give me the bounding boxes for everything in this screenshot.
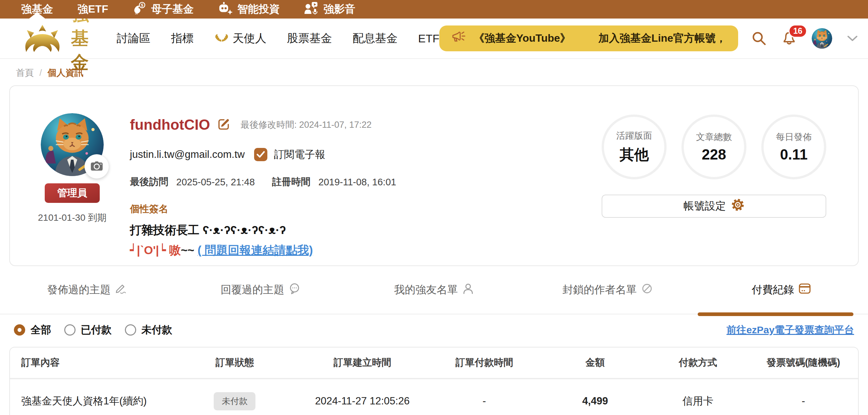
change-avatar-button[interactable] [85,154,109,179]
nav-link-label: 指標 [171,31,193,46]
tab-label: 我的強友名單 [394,283,458,297]
nav-link-label: 股票基金 [287,31,332,46]
topbar-item-etf[interactable]: 強ETF [78,2,108,16]
chevron-down-icon[interactable] [847,35,858,42]
username-row: fundhotCIO 最後修改時間: 2024-11-07, 17:22 [130,116,396,133]
radio-unselected-icon [64,324,75,336]
register-time-value: 2019-11-08, 16:01 [318,177,396,188]
email-row: justin.li.tw@gmail.com.tw 訂閱電子報 [130,148,396,162]
money-bird-icon: $ [132,1,147,17]
radio-all[interactable]: 全部 [14,323,51,337]
block-icon [641,283,653,297]
order-paid-time-cell: - [425,395,543,407]
nav-link-stock-funds[interactable]: 股票基金 [287,31,332,46]
col-order-content: 訂單內容 [10,356,170,369]
signature-label: 個性簽名 [130,203,396,216]
order-method-cell: 信用卡 [647,394,749,408]
banner-text-line: 加入強基金Line官方帳號， [598,31,726,46]
nav-link-indicators[interactable]: 指標 [171,31,193,46]
radio-unselected-icon [125,324,136,336]
tab-label: 回覆過的主題 [221,283,284,297]
notifications-bell-icon[interactable]: 16 [781,30,797,46]
newsletter-checkbox[interactable] [254,148,267,161]
topbar-item-label: 強影音 [323,2,355,16]
nav-link-label: 天使人 [232,31,266,46]
edit-username-icon[interactable] [217,117,230,132]
col-order-created: 訂單建立時間 [299,356,425,369]
topbar-item-smart-invest[interactable]: 智能投資 [218,1,280,17]
stat-total-posts: 文章總數 228 [681,114,746,179]
nav-link-forum[interactable]: 討論區 [117,31,150,46]
nav-right-controls: 16 [751,28,858,49]
robot-icon [218,1,232,17]
profile-card: 管理員 2101-01-30 到期 fundhotCIO 最後修改時間: 202… [9,85,859,266]
crown-sun-logo-icon [21,23,64,54]
order-amount-cell: 4,499 [543,395,647,407]
stat-daily-posts: 每日發佈 0.11 [761,114,826,179]
topbar-item-label: 強ETF [78,2,108,16]
notification-count-badge: 16 [788,25,807,38]
breadcrumb-current: 個人資訊 [48,67,84,79]
signature-kaomoji: ┙|ˋO'|┕ 嗷 [130,244,181,256]
banner-text-youtube: 《強基金YouTube》 [474,31,570,46]
nav-link-etf[interactable]: ETF [418,32,439,45]
tab-label: 發佈過的主題 [47,283,111,297]
nav-link-angel[interactable]: 天使人 [214,31,266,46]
role-badge: 管理員 [45,183,100,203]
gear-icon [731,198,744,214]
promo-banner[interactable]: 《強基金YouTube》 加入強基金Line官方帳號， [439,26,738,51]
tab-label: 付費紀錄 [752,283,794,297]
topbar-item-video[interactable]: 強影音 [304,1,355,17]
profile-card-stats: 活躍版面 其他 文章總數 228 每日發佈 0.11 帳號設定 [602,113,826,266]
radio-unpaid[interactable]: 未付款 [125,323,172,337]
order-invoice-cell: - [749,395,858,407]
user-avatar[interactable] [812,28,832,49]
breadcrumb-home[interactable]: 首頁 [16,67,34,79]
tab-blocked-authors[interactable]: 封鎖的作者名單 [521,266,694,314]
topbar-item-label: 智能投資 [237,2,280,16]
nav-link-dividend-funds[interactable]: 配息基金 [352,31,398,46]
tab-payment-records[interactable]: 付費紀錄 [694,266,868,314]
order-created-cell: 2024-11-27 12:05:26 [299,395,425,407]
last-modified-time: 最後修改時間: 2024-11-07, 17:22 [241,119,372,131]
angel-wings-icon [214,32,229,45]
camera-icon [90,160,103,173]
col-order-paid-time: 訂單付款時間 [425,356,543,369]
nav-links: 討論區 指標 天使人 股票基金 配息基金 ETF [117,31,439,46]
radio-paid[interactable]: 已付款 [64,323,112,337]
profile-tabs: 發佈過的主題 回覆過的主題 我的強友名單 [0,266,868,314]
tab-published-topics[interactable]: 發佈過的主題 [0,266,174,314]
status-badge: 未付款 [214,392,255,410]
issue-report-link[interactable]: ( 問題回報連結請點我) [197,244,313,256]
order-status-cell: 未付款 [170,392,299,410]
register-time-label: 註冊時間 [272,175,310,188]
signature-line2: ┙|ˋO'|┕ 嗷~~ ( 問題回報連結請點我) [130,243,396,258]
topbar-item-mother-child-fund[interactable]: $ 母子基金 [132,1,193,17]
payment-filter-row: 全部 已付款 未付款 前往ezPay電子發票查詢平台 [0,323,868,337]
profile-avatar-wrap [41,113,104,176]
account-settings-button[interactable]: 帳號設定 [602,195,826,218]
last-visit-value: 2025-05-25, 21:48 [176,177,255,188]
breadcrumb-separator: / [39,68,42,78]
col-amount: 金額 [543,356,647,369]
ezpay-invoice-link[interactable]: 前往ezPay電子發票查詢平台 [726,323,854,337]
radio-label: 未付款 [142,323,172,337]
active-section-notch [29,12,45,19]
col-order-status: 訂單狀態 [170,356,299,369]
main-nav: 強基金 討論區 指標 天使人 股票基金 配息基金 ETF [0,19,868,59]
stat-label: 每日發佈 [776,131,812,143]
tab-friends-list[interactable]: 我的強友名單 [347,266,521,314]
stat-active-board: 活躍版面 其他 [602,114,666,179]
search-icon[interactable] [751,31,767,46]
tab-replied-topics[interactable]: 回覆過的主題 [174,266,347,314]
stat-label: 文章總數 [696,131,732,143]
orders-table-header: 訂單內容 訂單狀態 訂單建立時間 訂單付款時間 金額 付款方式 發票號碼(隨機碼… [10,347,858,379]
orders-table: 訂單內容 訂單狀態 訂單建立時間 訂單付款時間 金額 付款方式 發票號碼(隨機碼… [9,347,859,415]
stat-value: 其他 [620,145,649,165]
nav-link-label: 配息基金 [352,31,398,46]
last-visit-label: 最後訪問 [130,175,168,188]
order-row: 強基金天使人資格1年(續約) 未付款 2024-11-27 12:05:26 -… [10,379,858,415]
radio-label: 全部 [30,323,51,337]
profile-card-left: 管理員 2101-01-30 到期 [39,113,105,266]
times-row: 最後訪問 2025-05-25, 21:48 註冊時間 2019-11-08, … [130,175,396,188]
